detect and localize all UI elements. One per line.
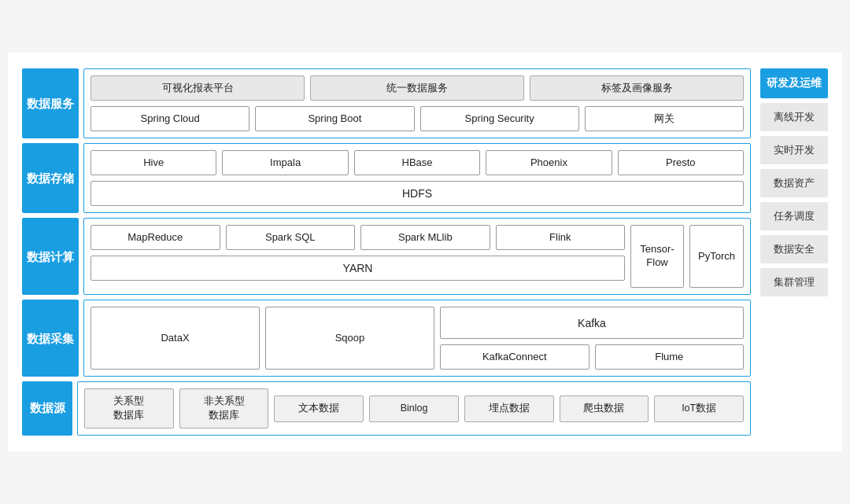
compute-top-row: MapReduce Spark SQL Spark MLlib Flink YA… (91, 225, 744, 288)
row-data-service: 数据服务 可视化报表平台 统一数据服务 标签及画像服务 Spring Cloud… (22, 68, 751, 138)
cell-yarn: YARN (91, 256, 625, 281)
cell-hive: Hive (91, 150, 216, 175)
sidebar-item-data-security: 数据安全 (760, 235, 828, 263)
cell-hbase: HBase (354, 150, 480, 175)
cell-spring-cloud: Spring Cloud (91, 106, 249, 131)
sidebar: 研发及运维 离线开发 实时开发 数据资产 任务调度 数据安全 集群管理 (760, 68, 828, 436)
cell-tensorflow: Tensor-Flow (630, 225, 684, 288)
row-data-compute: 数据计算 MapReduce Spark SQL Spark MLlib Fli… (22, 218, 751, 295)
cell-spring-boot: Spring Boot (255, 106, 414, 131)
content-data-compute: MapReduce Spark SQL Spark MLlib Flink YA… (83, 218, 751, 295)
cell-binlog: Binlog (369, 395, 459, 422)
content-data-storage: Hive Impala HBase Phoenix Presto HDFS (83, 143, 751, 213)
cell-buried-point: 埋点数据 (464, 395, 554, 422)
label-datasource: 数据源 (22, 381, 72, 436)
sidebar-item-offline: 离线开发 (760, 103, 828, 131)
cell-kafkaconnect: KafkaConnect (440, 344, 589, 370)
cell-gateway: 网关 (585, 106, 744, 131)
storage-top-row: Hive Impala HBase Phoenix Presto (91, 150, 744, 175)
compute-top-inner: MapReduce Spark SQL Spark MLlib Flink (91, 225, 625, 250)
cell-label-image: 标签及画像服务 (530, 75, 744, 101)
cell-relational-db: 关系型数据库 (84, 388, 174, 429)
cell-spark-sql: Spark SQL (226, 225, 356, 250)
cell-crawler: 爬虫数据 (560, 395, 649, 422)
cell-phoenix: Phoenix (486, 150, 612, 175)
row-datasource: 数据源 关系型数据库 非关系型数据库 文本数据 Binlog 埋点数据 爬虫数据… (22, 381, 751, 436)
cell-mapreduce: MapReduce (91, 225, 220, 250)
cell-datax: DataX (91, 307, 260, 370)
cell-flume: Flume (595, 344, 745, 370)
sidebar-item-task-schedule: 任务调度 (760, 202, 828, 230)
content-datasource: 关系型数据库 非关系型数据库 文本数据 Binlog 埋点数据 爬虫数据 IoT… (77, 381, 751, 436)
cell-nosql-db: 非关系型数据库 (179, 388, 269, 429)
collect-row: DataX Sqoop Kafka KafkaConnect Flume (91, 307, 744, 370)
content-data-service: 可视化报表平台 统一数据服务 标签及画像服务 Spring Cloud Spri… (83, 68, 751, 138)
cell-spark-mllib: Spark MLlib (360, 225, 490, 250)
content-data-collect: DataX Sqoop Kafka KafkaConnect Flume (83, 300, 751, 377)
label-data-collect: 数据采集 (22, 300, 79, 377)
service-white-row: Spring Cloud Spring Boot Spring Security… (91, 106, 744, 131)
label-data-service: 数据服务 (22, 68, 79, 138)
cell-flink: Flink (496, 225, 626, 250)
compute-yarn-row: YARN (91, 256, 625, 281)
service-gray-row: 可视化报表平台 统一数据服务 标签及画像服务 (91, 75, 744, 101)
label-data-compute: 数据计算 (22, 218, 79, 295)
cell-sqoop: Sqoop (265, 307, 434, 370)
sidebar-item-data-asset: 数据资产 (760, 169, 828, 197)
sidebar-item-cluster: 集群管理 (760, 268, 828, 296)
cell-unified-data: 统一数据服务 (310, 75, 524, 101)
cell-kafka: Kafka (440, 307, 744, 339)
row-data-collect: 数据采集 DataX Sqoop Kafka KafkaConnect Flum… (22, 300, 751, 377)
cell-iot: IoT数据 (654, 395, 744, 422)
cell-impala: Impala (222, 150, 348, 175)
cell-visualization: 可视化报表平台 (91, 75, 305, 101)
sidebar-item-realtime: 实时开发 (760, 136, 828, 164)
cell-presto: Presto (618, 150, 744, 175)
label-data-storage: 数据存储 (22, 143, 79, 213)
row-data-storage: 数据存储 Hive Impala HBase Phoenix Presto HD… (22, 143, 751, 213)
cell-hdfs: HDFS (91, 181, 744, 206)
cell-spring-security: Spring Security (420, 106, 579, 131)
collect-bottom-row: KafkaConnect Flume (440, 344, 744, 370)
storage-hdfs-row: HDFS (91, 181, 744, 206)
sidebar-title: 研发及运维 (760, 68, 828, 98)
cell-pytorch: PyTorch (689, 225, 744, 288)
cell-text-data: 文本数据 (274, 395, 364, 422)
